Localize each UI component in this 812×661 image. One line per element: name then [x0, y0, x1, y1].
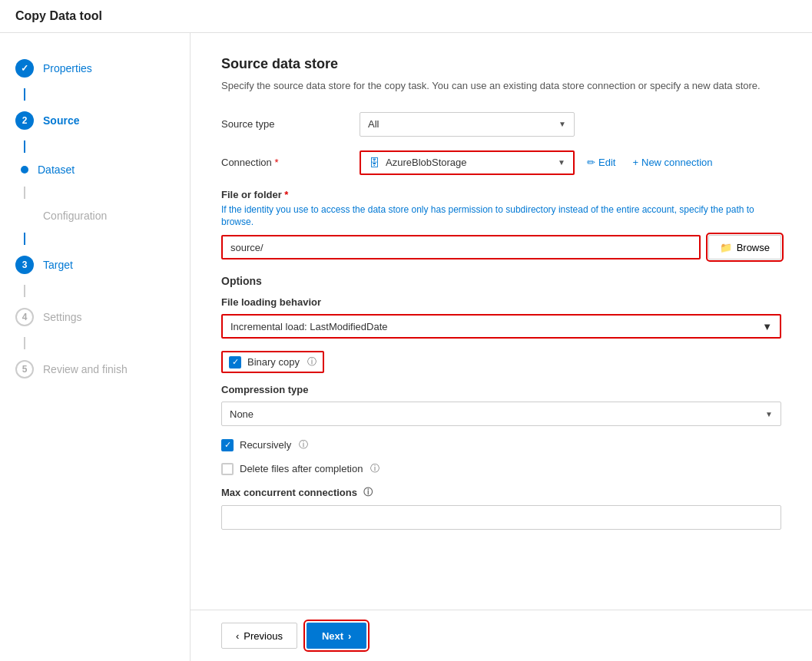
delete-files-checkbox[interactable]	[221, 463, 234, 475]
storage-icon: 🗄	[369, 157, 379, 169]
step-circle-settings: 4	[15, 308, 34, 326]
source-type-label: Source type	[221, 118, 360, 130]
max-connections-input[interactable]	[221, 505, 781, 530]
source-type-row: Source type All ▼	[221, 112, 781, 137]
max-connections-info-icon[interactable]: ⓘ	[363, 486, 373, 499]
step-circle-dataset	[21, 166, 28, 174]
section-title: Source data store	[221, 56, 781, 72]
connection-label: Connection *	[221, 157, 360, 168]
binary-copy-checkbox[interactable]: ✓	[229, 356, 241, 369]
edit-label: Edit	[598, 157, 615, 168]
file-folder-input[interactable]	[230, 242, 691, 253]
connector-6	[24, 337, 25, 349]
file-input-wrap	[221, 235, 701, 259]
file-loading-value: Incremental load: LastModifiedDate	[230, 321, 388, 332]
connection-row: Connection * 🗄 AzureBlobStorage ▼ ✏ Edit…	[221, 150, 781, 175]
sidebar-label-target: Target	[43, 259, 73, 271]
file-loading-label: File loading behavior	[221, 296, 781, 308]
chevron-left-icon: ‹	[236, 630, 239, 642]
options-title: Options	[221, 275, 781, 287]
compression-section: Compression type None ▼	[221, 384, 781, 426]
source-type-control: All ▼	[360, 112, 781, 137]
compression-select[interactable]: None ▼	[221, 402, 781, 426]
plus-icon: +	[632, 157, 638, 168]
edit-button[interactable]: ✏ Edit	[582, 157, 620, 168]
connection-control: 🗄 AzureBlobStorage ▼ ✏ Edit + New connec…	[360, 150, 781, 175]
sidebar-item-dataset[interactable]: Dataset	[0, 153, 190, 187]
compression-label: Compression type	[221, 384, 781, 395]
source-type-value: All	[368, 118, 552, 130]
file-loading-chevron-icon: ▼	[762, 321, 772, 332]
connector-4	[24, 233, 25, 245]
sidebar-item-target[interactable]: 3 Target	[0, 245, 190, 285]
connector-5	[24, 285, 25, 297]
previous-button[interactable]: ‹ Previous	[221, 623, 297, 649]
binary-copy-label: Binary copy	[247, 356, 300, 368]
browse-button[interactable]: 📁 Browse	[708, 235, 781, 259]
file-folder-label: File or folder *	[221, 189, 781, 200]
compression-chevron-icon: ▼	[765, 410, 773, 418]
section-desc: Specify the source data store for the co…	[221, 78, 781, 94]
sidebar-label-review: Review and finish	[43, 363, 128, 375]
sidebar-item-properties[interactable]: ✓ Properties	[0, 48, 190, 88]
sidebar-label-source: Source	[43, 114, 79, 127]
previous-label: Previous	[244, 630, 283, 642]
file-folder-row: 📁 Browse	[221, 235, 781, 259]
file-loading-select[interactable]: Incremental load: LastModifiedDate ▼	[221, 314, 781, 339]
file-folder-desc: If the identity you use to access the da…	[221, 203, 781, 230]
check-icon: ✓	[232, 357, 239, 367]
connection-value: AzureBlobStorage	[386, 157, 552, 168]
max-connections-label: Max concurrent connections ⓘ	[221, 486, 781, 499]
app-header: Copy Data tool	[0, 0, 812, 33]
folder-icon: 📁	[720, 242, 732, 253]
source-type-select[interactable]: All ▼	[360, 112, 575, 137]
delete-files-label: Delete files after completion	[240, 463, 363, 474]
delete-files-row: Delete files after completion ⓘ	[221, 462, 781, 475]
binary-copy-row: ✓ Binary copy ⓘ	[221, 351, 324, 373]
max-connections-section: Max concurrent connections ⓘ	[221, 486, 781, 530]
main-layout: ✓ Properties 2 Source Dataset Configurat…	[0, 33, 812, 661]
delete-files-info-icon[interactable]: ⓘ	[370, 462, 379, 475]
sidebar-item-review[interactable]: 5 Review and finish	[0, 349, 190, 389]
step-circle-source: 2	[15, 111, 34, 130]
sidebar-label-properties: Properties	[43, 62, 92, 74]
new-connection-button[interactable]: + New connection	[628, 157, 717, 168]
step-circle-review: 5	[15, 360, 34, 378]
recursively-row: ✓ Recursively ⓘ	[221, 438, 781, 451]
connection-select[interactable]: 🗄 AzureBlobStorage ▼	[360, 150, 575, 175]
footer: ‹ Previous Next ›	[191, 610, 812, 661]
check-icon-2: ✓	[224, 440, 231, 450]
content-area: Source data store Specify the source dat…	[191, 33, 812, 610]
chevron-right-icon: ›	[348, 630, 351, 642]
main-content: Source data store Specify the source dat…	[191, 33, 812, 661]
binary-copy-info-icon[interactable]: ⓘ	[307, 355, 317, 369]
connector-3	[24, 187, 25, 199]
recursively-label: Recursively	[240, 439, 291, 451]
connection-chevron-icon: ▼	[558, 158, 565, 167]
step-circle-target: 3	[15, 256, 34, 274]
file-loading-section: File loading behavior Incremental load: …	[221, 296, 781, 339]
source-type-chevron-icon: ▼	[558, 120, 566, 128]
binary-copy-wrapper: ✓ Binary copy ⓘ	[221, 351, 324, 373]
recursively-info-icon[interactable]: ⓘ	[299, 438, 308, 451]
file-folder-section: File or folder * If the identity you use…	[221, 189, 781, 260]
recursively-checkbox[interactable]: ✓	[221, 439, 234, 451]
sidebar: ✓ Properties 2 Source Dataset Configurat…	[0, 33, 191, 661]
sidebar-label-settings: Settings	[43, 311, 82, 323]
new-connection-label: New connection	[641, 157, 713, 168]
connection-required: *	[274, 157, 278, 168]
sidebar-label-configuration: Configuration	[43, 210, 107, 222]
file-folder-required: *	[284, 189, 288, 200]
sidebar-item-source[interactable]: 2 Source	[0, 101, 190, 140]
browse-label: Browse	[737, 242, 770, 253]
pencil-icon: ✏	[587, 157, 595, 168]
compression-value: None	[230, 408, 759, 420]
step-circle-properties: ✓	[15, 59, 34, 78]
next-button[interactable]: Next ›	[307, 623, 367, 649]
connector-2	[24, 140, 25, 153]
sidebar-item-settings[interactable]: 4 Settings	[0, 297, 190, 337]
sidebar-label-dataset: Dataset	[38, 164, 75, 176]
connector-1	[24, 88, 25, 101]
next-label: Next	[322, 630, 343, 642]
sidebar-item-configuration[interactable]: Configuration	[0, 199, 190, 233]
